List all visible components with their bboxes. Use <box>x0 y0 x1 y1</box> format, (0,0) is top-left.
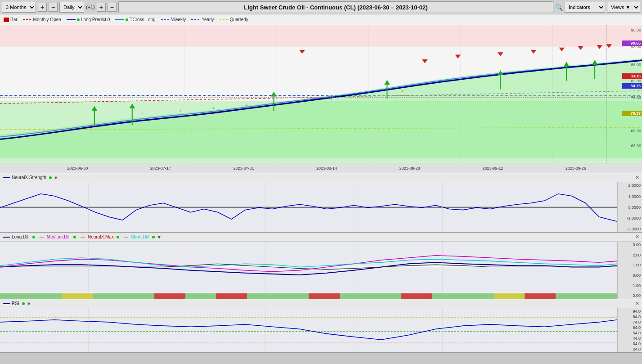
date-tick-5: 2023-08-28 <box>368 166 451 171</box>
rsi-y-44: 44.0 <box>618 336 642 341</box>
price-98: 98.00 <box>631 28 641 32</box>
rsi-svg <box>0 308 617 352</box>
price-70-label: 70.37 <box>622 111 642 116</box>
quarterly-label: Quarterly <box>230 17 248 22</box>
rsi-title: RSI <box>12 301 19 306</box>
rsi-close-button[interactable]: ✕ <box>635 301 639 306</box>
neurax-dot <box>49 176 52 179</box>
tcross-label: TCross.Long <box>130 17 155 22</box>
tcross-dot <box>126 18 128 21</box>
date-tick-4: 2023-08-14 <box>285 166 368 171</box>
diff-svg <box>0 242 617 292</box>
signal-bar-yellow-2 <box>494 293 525 299</box>
sell-signal-3 <box>455 54 461 58</box>
bar-legend-label: Bar <box>10 17 18 22</box>
monthly-open-label: Monthly Open <box>33 17 61 22</box>
search-icon[interactable]: 🔍 <box>555 4 563 11</box>
long-predict-line <box>67 19 76 20</box>
neurax-menu-button[interactable]: ▼ <box>54 175 58 180</box>
monthly-open-line <box>23 19 32 20</box>
diff-close-button[interactable]: ✕ <box>635 234 639 240</box>
weekly-line <box>161 19 170 20</box>
rsi-y-94: 94.0 <box>618 309 642 314</box>
price-78: 78.00 <box>631 95 641 100</box>
signal-bar-yellow-1 <box>62 293 93 299</box>
medium-diff-dot <box>73 236 76 238</box>
diff-sep-1: — <box>40 234 44 239</box>
diff-title-short: Short.Diff <box>131 234 150 239</box>
diff-y-axis: 3.00 2.00 1.00 0.00 -1.00 -2.00 <box>617 242 642 299</box>
main-chart-body: + + + + + + + <box>0 25 642 163</box>
rsi-y-54: 54.0 <box>618 331 642 335</box>
svg-marker-5 <box>564 62 570 67</box>
long-predict-label: Long Predict 0 <box>81 17 110 22</box>
diff-sep-3: — <box>124 234 128 239</box>
diff-y-0: 0.00 <box>618 273 642 278</box>
views-select[interactable]: Views ▼ <box>607 2 640 13</box>
signal-bar-red-2 <box>216 293 247 299</box>
rsi-canvas[interactable] <box>0 308 617 352</box>
price-90-label: 90.55 <box>622 40 642 46</box>
sell-signal-7 <box>578 46 584 49</box>
signal-bar-green-1 <box>0 293 62 299</box>
sell-signal-5 <box>530 50 536 54</box>
charts-container: Bar Monthly Open Long Predict 0 TCross.L… <box>0 14 642 364</box>
period-add-button[interactable]: + <box>38 3 47 12</box>
legend-bar: Bar <box>4 17 18 22</box>
signal-bar-green-6 <box>432 293 494 299</box>
red-plus-6: + <box>359 94 361 99</box>
neurax-max-dot <box>117 236 119 238</box>
diff-chart-body: 3.00 2.00 1.00 0.00 -1.00 -2.00 <box>0 242 642 299</box>
date-axis: 2023-06-30 2023-07-17 2023-07-31 2023-08… <box>0 163 642 173</box>
monthly-open-legend: Monthly Open <box>23 17 61 22</box>
neurax-header: NeuralX.Strength ▼ ✕ <box>0 173 642 182</box>
weekly-legend: Weekly <box>161 17 186 22</box>
forward-button[interactable]: + <box>97 3 106 12</box>
yearly-line <box>191 19 200 20</box>
svg-marker-2 <box>271 92 277 97</box>
plus1-label: (+1) <box>86 4 95 10</box>
signal-bar-green-5 <box>340 293 401 299</box>
neurax-title: NeuralX.Strength <box>12 175 46 180</box>
rsi-header: RSI ▼ ✕ <box>0 299 642 308</box>
neurax-close-button[interactable]: ✕ <box>635 175 639 180</box>
back-button[interactable]: − <box>108 3 117 12</box>
diff-sep-2: — <box>81 234 85 239</box>
diff-y-2: 2.00 <box>618 253 642 257</box>
diff-canvas[interactable] <box>0 242 617 299</box>
neurax-svg <box>0 182 617 232</box>
diff-y-n2: -2.00 <box>618 293 642 298</box>
main-chart-panel: + + + + + + + <box>0 25 642 173</box>
diff-menu-button[interactable]: ▼ <box>157 234 162 240</box>
rsi-menu-button[interactable]: ▼ <box>27 301 31 306</box>
rsi-y-74: 74.0 <box>618 320 642 324</box>
diff-title-medium: Medium.Diff <box>47 234 71 239</box>
date-tick-1: 2023-06-30 <box>36 166 119 171</box>
long-diff-dot <box>32 236 35 238</box>
short-diff-dot <box>152 236 155 238</box>
period-sub-button[interactable]: − <box>49 3 58 12</box>
rsi-chart-body: 94.0 84.0 74.0 64.0 54.0 44.0 34.0 24.0 <box>0 308 642 352</box>
toolbar: 3 Months + − Daily (+1) + − Light Sweet … <box>0 0 642 14</box>
neurax-header-line <box>3 177 10 178</box>
long-predict-dot <box>77 18 80 21</box>
date-tick-7: 2023-09-26 <box>534 166 617 171</box>
red-plus-3: + <box>212 106 215 111</box>
neurax-y-1: 1.0000 <box>618 194 642 199</box>
neurax-canvas[interactable] <box>0 182 617 232</box>
diff-header: Long.Diff — Medium.Diff — NeuralX.Max — … <box>0 233 642 242</box>
indicators-select[interactable]: Indicators <box>565 2 605 13</box>
period-select[interactable]: 3 Months <box>2 2 36 13</box>
sell-signal-2 <box>422 59 428 63</box>
interval-select[interactable]: Daily <box>59 2 84 13</box>
signal-bars-container <box>0 293 617 299</box>
main-chart-canvas[interactable]: + + + + + + + <box>0 25 642 163</box>
svg-rect-15 <box>0 308 617 352</box>
diff-header-line <box>3 237 10 238</box>
diff-y-n1: -1.00 <box>618 283 642 288</box>
neurax-y-2: 2.0000 <box>618 183 642 188</box>
rsi-y-axis: 94.0 84.0 74.0 64.0 54.0 44.0 34.0 24.0 <box>617 308 642 352</box>
rsi-y-34: 34.0 <box>618 342 642 346</box>
red-plus-2: + <box>180 109 182 113</box>
rsi-panel: RSI ▼ ✕ <box>0 299 642 353</box>
